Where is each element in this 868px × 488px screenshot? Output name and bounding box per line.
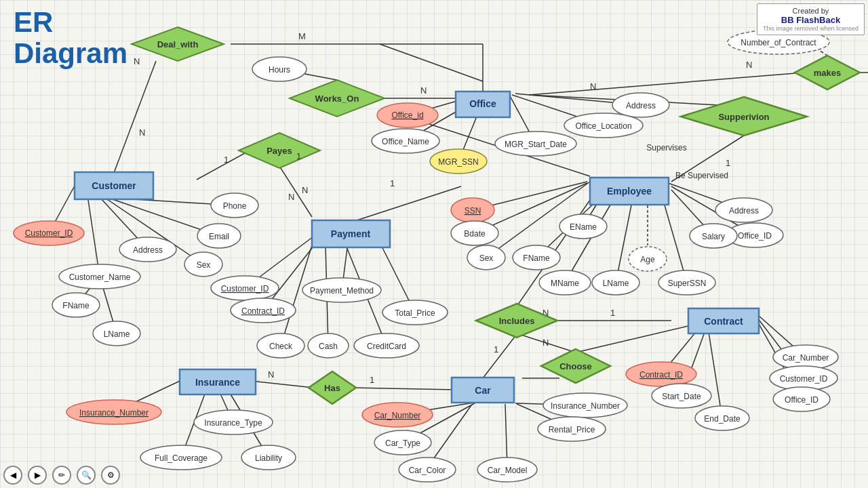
svg-line-3 xyxy=(114,61,156,173)
svg-point-182 xyxy=(382,300,448,325)
svg-text:Total_Price: Total_Price xyxy=(395,308,435,318)
svg-line-63 xyxy=(753,313,802,399)
svg-line-26 xyxy=(88,200,100,277)
svg-point-120 xyxy=(377,103,438,127)
svg-text:Customer_Name: Customer_Name xyxy=(69,272,131,282)
svg-point-142 xyxy=(197,224,241,248)
watermark-note: This image removed when licensed xyxy=(763,25,859,32)
svg-marker-98 xyxy=(795,56,860,89)
svg-line-32 xyxy=(370,222,415,312)
svg-text:SuperSSN: SuperSSN xyxy=(668,279,707,288)
svg-point-214 xyxy=(399,458,456,482)
svg-point-122 xyxy=(372,129,439,153)
svg-point-188 xyxy=(354,333,419,358)
svg-line-44 xyxy=(658,182,687,283)
svg-text:Includes: Includes xyxy=(499,316,535,326)
svg-text:FName: FName xyxy=(62,301,90,310)
svg-rect-114 xyxy=(452,378,514,403)
svg-text:LName: LName xyxy=(104,329,130,339)
svg-text:Deal_with: Deal_with xyxy=(157,39,199,49)
svg-text:Office_id: Office_id xyxy=(391,110,423,120)
title-container: ER Diagram xyxy=(14,7,127,69)
svg-line-72 xyxy=(210,371,233,422)
svg-line-74 xyxy=(224,383,269,458)
svg-point-196 xyxy=(626,362,696,386)
svg-text:1: 1 xyxy=(610,308,615,318)
svg-point-160 xyxy=(513,245,560,270)
svg-line-13 xyxy=(529,73,804,95)
svg-text:Works_On: Works_On xyxy=(315,94,359,104)
svg-line-8 xyxy=(279,69,337,80)
svg-text:Full_Coverage: Full_Coverage xyxy=(155,453,208,463)
svg-text:N: N xyxy=(542,338,549,348)
svg-line-24 xyxy=(108,198,219,236)
svg-line-53 xyxy=(512,95,604,125)
svg-text:Car_Number: Car_Number xyxy=(374,411,421,420)
svg-text:Employee: Employee xyxy=(607,186,652,197)
svg-text:Contract_ID: Contract_ID xyxy=(639,370,683,380)
nav-play-button[interactable]: ▶ xyxy=(28,466,47,485)
svg-point-154 xyxy=(451,221,498,245)
svg-marker-112 xyxy=(309,371,356,404)
svg-text:Insurance_Number: Insurance_Number xyxy=(551,401,620,411)
svg-text:N: N xyxy=(420,85,427,96)
svg-text:N: N xyxy=(302,185,308,195)
svg-line-47 xyxy=(671,190,713,236)
svg-text:Bdate: Bdate xyxy=(464,229,486,239)
svg-line-61 xyxy=(753,310,806,357)
svg-line-45 xyxy=(668,183,744,210)
svg-line-86 xyxy=(351,186,461,222)
svg-marker-96 xyxy=(681,97,807,136)
svg-line-40 xyxy=(536,182,617,258)
svg-rect-108 xyxy=(688,308,759,333)
nav-settings-button[interactable]: ⚙ xyxy=(101,466,120,485)
svg-text:1: 1 xyxy=(224,155,229,165)
svg-point-176 xyxy=(211,276,279,300)
svg-rect-94 xyxy=(456,92,510,117)
svg-point-174 xyxy=(690,224,737,248)
svg-line-31 xyxy=(342,222,351,290)
svg-text:Customer_ID: Customer_ID xyxy=(25,228,73,238)
svg-text:FName: FName xyxy=(523,253,550,263)
svg-line-69 xyxy=(351,388,456,390)
nav-edit-button[interactable]: ✏ xyxy=(52,466,71,485)
svg-marker-116 xyxy=(541,349,610,383)
svg-line-58 xyxy=(517,333,576,352)
svg-text:Liability: Liability xyxy=(255,453,282,463)
svg-line-73 xyxy=(181,380,210,458)
svg-text:1: 1 xyxy=(296,151,301,161)
svg-line-49 xyxy=(406,96,483,141)
svg-text:Payment: Payment xyxy=(331,228,371,239)
svg-point-220 xyxy=(538,417,606,441)
svg-line-38 xyxy=(486,182,590,258)
svg-point-166 xyxy=(629,247,667,271)
svg-line-22 xyxy=(100,198,148,249)
svg-text:N: N xyxy=(288,192,294,202)
svg-text:Sex: Sex xyxy=(197,260,211,270)
svg-point-184 xyxy=(257,333,304,358)
svg-point-156 xyxy=(467,245,505,270)
svg-text:Office_ID: Office_ID xyxy=(785,395,818,405)
svg-line-16 xyxy=(807,42,827,56)
nav-prev-button[interactable]: ◀ xyxy=(3,466,22,485)
svg-text:Hours: Hours xyxy=(269,65,290,75)
svg-text:Customer: Customer xyxy=(92,180,136,191)
svg-line-11 xyxy=(671,136,744,182)
svg-text:Number_of_Contract: Number_of_Contract xyxy=(741,38,816,47)
svg-line-41 xyxy=(565,182,624,283)
svg-text:MGR_Start_Date: MGR_Start_Date xyxy=(505,140,567,149)
svg-point-204 xyxy=(194,410,273,434)
svg-point-192 xyxy=(770,366,837,390)
svg-text:N: N xyxy=(139,127,145,138)
nav-zoom-button[interactable]: 🔍 xyxy=(77,466,96,485)
svg-text:Car_Model: Car_Model xyxy=(488,466,528,475)
svg-point-140 xyxy=(211,193,258,218)
svg-point-126 xyxy=(495,131,576,156)
svg-text:Supervises: Supervises xyxy=(646,143,686,152)
svg-rect-104 xyxy=(590,178,669,205)
svg-line-71 xyxy=(114,371,200,412)
svg-point-206 xyxy=(140,445,222,470)
svg-line-79 xyxy=(403,403,475,443)
svg-line-33 xyxy=(281,245,312,346)
svg-line-78 xyxy=(397,401,483,415)
